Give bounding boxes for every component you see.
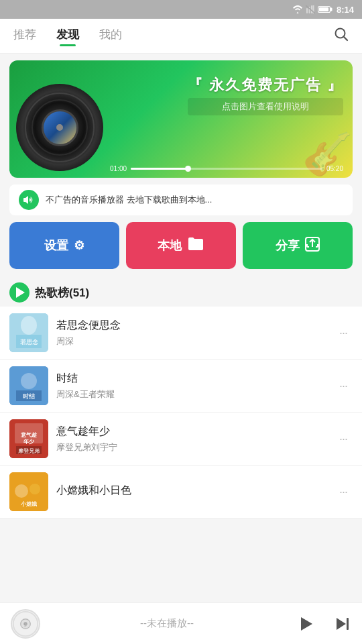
svg-text:年少: 年少 <box>23 439 35 445</box>
speaker-icon <box>19 190 39 210</box>
share-label: 分享 <box>276 237 300 254</box>
vinyl-inner <box>42 109 78 146</box>
song-info-1: 若思念便思念 周深 <box>56 319 326 347</box>
share-icon <box>305 237 320 255</box>
svg-text:意气趁: 意气趁 <box>20 431 38 438</box>
svg-line-9 <box>344 36 348 40</box>
notification-bar: 不广告的音乐播放器 去地下载歌曲到本地... <box>9 184 353 215</box>
player-status: --未在播放-- <box>50 617 284 630</box>
progress-time-start: 01:00 <box>110 165 127 172</box>
song-artist-3: 摩登兄弟刘宇宁 <box>56 441 326 453</box>
song-info-4: 小嫦娥和小日色 <box>56 484 326 500</box>
song-more-4[interactable]: ··· <box>334 482 353 502</box>
svg-text:时结: 时结 <box>23 393 36 400</box>
svg-rect-2 <box>311 5 312 13</box>
status-icons <box>292 5 333 13</box>
play-all-button[interactable] <box>9 282 29 303</box>
song-thumbnail-2: 时结 <box>9 366 48 405</box>
song-thumbnail-4: 小嫦娥 <box>9 472 48 511</box>
search-icon <box>334 27 349 42</box>
banner[interactable]: 『 永久免费无广告 』 点击图片查看使用说明 🎸 01:00 05:20 <box>9 60 353 178</box>
hot-list-title: 热歌榜(51) <box>35 285 89 301</box>
table-row[interactable]: 小嫦娥 小嫦娥和小日色 ··· <box>0 466 362 519</box>
song-more-3[interactable]: ··· <box>334 429 353 449</box>
banner-text: 『 永久免费无广告 』 点击图片查看使用说明 <box>188 75 343 115</box>
banner-sub-title: 点击图片查看使用说明 <box>188 98 343 115</box>
svg-rect-7 <box>319 7 328 11</box>
sim-icon <box>306 5 315 13</box>
settings-button[interactable]: 设置 ⚙ <box>9 222 119 269</box>
folder-icon <box>187 237 204 255</box>
search-button[interactable] <box>334 27 349 46</box>
wifi-icon <box>292 5 303 13</box>
status-bar: 8:14 <box>0 0 362 19</box>
player-album-art: ♪ <box>11 609 40 639</box>
action-buttons: 设置 ⚙ 本地 分享 <box>9 222 353 269</box>
nav-tabs: 推荐 发现 我的 <box>13 27 122 45</box>
svg-rect-0 <box>306 8 308 13</box>
svg-point-13 <box>21 316 37 335</box>
svg-point-17 <box>21 373 37 389</box>
status-time: 8:14 <box>337 5 354 15</box>
svg-point-28 <box>29 484 40 494</box>
song-name-3: 意气趁年少 <box>56 425 326 439</box>
table-row[interactable]: 若思念 若思念便思念 周深 ··· <box>0 307 362 360</box>
tab-recommend[interactable]: 推荐 <box>13 27 36 45</box>
song-artist-2: 周深&王者荣耀 <box>56 388 326 400</box>
banner-progress: 01:00 05:20 <box>110 165 343 172</box>
share-button[interactable]: 分享 <box>243 222 353 269</box>
svg-text:♪: ♪ <box>23 619 27 629</box>
player-controls <box>294 612 351 636</box>
play-button[interactable] <box>294 612 318 636</box>
progress-time-end: 05:20 <box>326 165 343 172</box>
settings-label: 设置 <box>44 237 68 254</box>
song-info-2: 时结 周深&王者荣耀 <box>56 372 326 400</box>
song-name-2: 时结 <box>56 372 326 386</box>
vinyl-center <box>56 124 63 131</box>
table-row[interactable]: 时结 时结 周深&王者荣耀 ··· <box>0 360 362 413</box>
progress-fill <box>131 168 188 170</box>
song-thumbnail-1: 若思念 <box>9 313 48 352</box>
local-label: 本地 <box>158 237 182 254</box>
tab-mine[interactable]: 我的 <box>99 27 122 45</box>
svg-text:小嫦娥: 小嫦娥 <box>20 501 38 507</box>
svg-text:若思念: 若思念 <box>19 339 39 345</box>
song-list: 若思念 若思念便思念 周深 ··· 时结 时结 周深&王者荣耀 <box>0 307 362 519</box>
top-nav: 推荐 发现 我的 <box>0 19 362 54</box>
svg-rect-6 <box>330 8 332 11</box>
next-button[interactable] <box>331 614 351 634</box>
song-name-1: 若思念便思念 <box>56 319 326 333</box>
notification-text: 不广告的音乐播放器 去地下载歌曲到本地... <box>46 194 212 206</box>
tab-discover[interactable]: 发现 <box>56 27 79 45</box>
banner-main-title: 『 永久免费无广告 』 <box>188 75 343 95</box>
song-more-1[interactable]: ··· <box>334 323 353 343</box>
battery-icon <box>318 5 333 13</box>
song-more-2[interactable]: ··· <box>334 376 353 396</box>
svg-point-27 <box>15 484 28 498</box>
local-button[interactable]: 本地 <box>126 222 236 269</box>
table-row[interactable]: 意气趁 年少 摩登兄弟 意气趁年少 摩登兄弟刘宇宁 ··· <box>0 413 362 466</box>
svg-text:摩登兄弟: 摩登兄弟 <box>18 447 40 454</box>
main-content: 『 永久免费无广告 』 点击图片查看使用说明 🎸 01:00 05:20 不广告… <box>0 60 362 566</box>
song-info-3: 意气趁年少 摩登兄弟刘宇宁 <box>56 425 326 453</box>
song-artist-1: 周深 <box>56 335 326 347</box>
song-thumbnail-3: 意气趁 年少 摩登兄弟 <box>9 419 48 458</box>
settings-icon: ⚙ <box>74 238 84 253</box>
section-header: 热歌榜(51) <box>0 276 362 307</box>
progress-bar <box>131 168 322 170</box>
song-name-4: 小嫦娥和小日色 <box>56 484 326 498</box>
player-bar: ♪ --未在播放-- <box>0 602 362 644</box>
vinyl-record <box>16 84 103 171</box>
